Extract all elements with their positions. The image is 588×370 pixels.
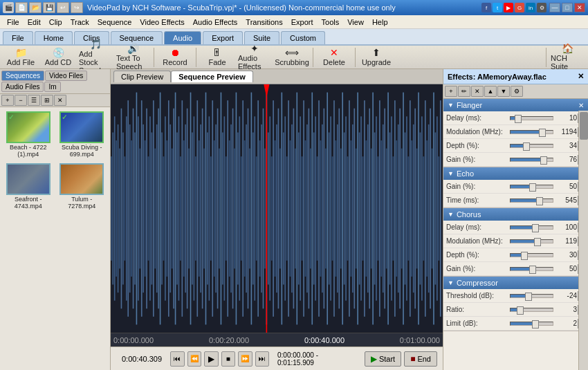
titlebar-redo[interactable]: ↪ <box>71 2 83 13</box>
comp-limit-slider[interactable] <box>510 322 553 326</box>
media-item-seafront[interactable]: Seafront - 4743.mp4 <box>3 162 54 211</box>
menu-video-effects[interactable]: Video Effects <box>136 17 188 28</box>
eff-down-button[interactable]: ▼ <box>497 86 510 97</box>
menu-view[interactable]: View <box>343 17 368 28</box>
google-icon[interactable]: G <box>515 3 524 12</box>
svg-rect-76 <box>237 132 239 284</box>
menu-tools[interactable]: Tools <box>318 17 344 28</box>
tab-export[interactable]: Export <box>203 31 243 44</box>
tab-audio[interactable]: Audio <box>164 31 201 44</box>
effect-header-echo[interactable]: ▼ Echo ✕ <box>443 167 588 180</box>
flanger-delay-slider[interactable] <box>510 116 553 120</box>
menu-clip[interactable]: Clip <box>45 17 66 28</box>
flanger-mod-slider[interactable] <box>510 130 553 134</box>
fade-button[interactable]: 🎚 Fade <box>199 47 235 68</box>
media-item-beach[interactable]: ✓ Beach - 4722 (1).mp4 <box>3 110 54 159</box>
echo-time-slider[interactable] <box>510 198 553 203</box>
echo-gain-slider[interactable] <box>510 185 553 189</box>
comp-threshold-slider[interactable] <box>510 294 553 298</box>
titlebar-undo[interactable]: ↩ <box>57 2 69 13</box>
media-tab-sequences[interactable]: Sequences <box>1 71 44 81</box>
record-button[interactable]: ⏺ Record <box>157 47 193 68</box>
facebook-icon[interactable]: f <box>481 3 491 12</box>
menu-file[interactable]: File <box>3 17 24 28</box>
tab-home[interactable]: Home <box>35 31 73 44</box>
media-item-scuba[interactable]: ✓ Scuba Diving - 699.mp4 <box>57 110 108 159</box>
tab-suite[interactable]: Suite <box>244 31 279 44</box>
effect-header-flanger[interactable]: ▼ Flanger ✕ <box>443 99 588 111</box>
add-file-button[interactable]: 📁 Add File <box>3 47 39 68</box>
media-tab-images[interactable]: Im <box>44 82 60 92</box>
add-stock-button[interactable]: 🎵 Add Stock Sound <box>77 47 113 68</box>
seq-preview-tab[interactable]: Sequence Preview <box>171 71 253 82</box>
toolbar-separator-1 <box>154 48 154 67</box>
chorus-delay-row: Delay (ms): 100 ▲ ▼ <box>443 221 588 234</box>
flanger-depth-slider[interactable] <box>510 144 553 148</box>
comp-ratio-slider[interactable] <box>510 308 553 312</box>
comp-ratio-label: Ratio: <box>446 306 508 313</box>
youtube-icon[interactable]: ▶ <box>504 3 513 12</box>
lp-btn-view-list[interactable]: ☰ <box>28 95 40 106</box>
text-to-speech-button[interactable]: 🔊 Text To Speech <box>115 47 151 68</box>
lp-btn-add[interactable]: + <box>1 95 14 106</box>
settings-icon[interactable]: ⚙ <box>537 3 546 12</box>
clip-preview-tab[interactable]: Clip Preview <box>113 71 171 82</box>
menu-audio-effects[interactable]: Audio Effects <box>189 17 242 28</box>
effects-scrollbar[interactable] <box>578 111 588 370</box>
eff-add-button[interactable]: + <box>445 86 457 97</box>
media-item-tulum[interactable]: Tulum - 7278.mp4 <box>57 162 108 211</box>
media-tab-audio[interactable]: Audio Files <box>1 82 44 92</box>
menu-help[interactable]: Help <box>368 17 392 28</box>
tab-file[interactable]: File <box>3 31 33 44</box>
audio-effects-button[interactable]: ✦ Audio Effects <box>237 47 273 68</box>
eff-delete-button[interactable]: ✕ <box>471 86 484 97</box>
twitter-icon[interactable]: t <box>493 3 502 12</box>
titlebar-save[interactable]: 💾 <box>43 2 55 13</box>
add-cd-button[interactable]: 💿 Add CD <box>40 47 76 68</box>
go-start-button[interactable]: ⏮ <box>170 351 184 367</box>
go-end-button[interactable]: ⏭ <box>255 351 269 367</box>
play-button[interactable]: ▶ <box>204 351 218 367</box>
stop-button[interactable]: ■ <box>221 351 235 367</box>
maximize-button[interactable]: □ <box>562 3 573 12</box>
prev-button[interactable]: ⏪ <box>187 351 201 367</box>
menu-track[interactable]: Track <box>66 17 93 28</box>
chorus-delay-slider[interactable] <box>510 225 553 230</box>
flanger-close-button[interactable]: ✕ <box>578 102 584 109</box>
tab-custom[interactable]: Custom <box>281 31 325 44</box>
menu-sequence[interactable]: Sequence <box>93 17 136 28</box>
chorus-mod-slider[interactable] <box>510 239 553 243</box>
effect-header-chorus[interactable]: ▼ Chorus ✕ <box>443 208 588 221</box>
start-button[interactable]: ▶ Start <box>365 351 401 367</box>
chorus-depth-slider[interactable] <box>510 253 553 257</box>
menu-edit[interactable]: Edit <box>24 17 45 28</box>
menu-transitions[interactable]: Transitions <box>241 17 286 28</box>
media-tab-video[interactable]: Video Files <box>45 71 87 81</box>
next-button[interactable]: ⏩ <box>238 351 252 367</box>
titlebar-new[interactable]: 📄 <box>15 2 28 13</box>
eff-up-button[interactable]: ▲ <box>484 86 497 97</box>
svg-rect-146 <box>356 149 357 269</box>
eff-edit-button[interactable]: ✏ <box>458 86 470 97</box>
effect-header-compressor[interactable]: ▼ Compressor ✕ <box>443 277 588 289</box>
svg-rect-73 <box>232 109 234 309</box>
lp-btn-close[interactable]: ✕ <box>54 95 66 106</box>
chorus-gain-slider[interactable] <box>510 267 553 271</box>
nch-suite-button[interactable]: 🏠 NCH Suite <box>549 47 585 68</box>
titlebar-open[interactable]: 📂 <box>29 2 42 13</box>
menu-export[interactable]: Export <box>287 17 318 28</box>
effects-scroll-thumb[interactable] <box>580 112 588 140</box>
svg-rect-77 <box>239 116 240 300</box>
linkedin-icon[interactable]: in <box>526 3 535 12</box>
flanger-gain-slider[interactable] <box>510 158 553 162</box>
eff-settings-button[interactable]: ⚙ <box>511 86 523 97</box>
effects-close-icon[interactable]: ✕ <box>578 72 584 81</box>
scrubbing-button[interactable]: ⟺ Scrubbing <box>274 47 310 68</box>
minimize-button[interactable]: — <box>549 3 560 12</box>
lp-btn-remove[interactable]: − <box>15 95 27 106</box>
delete-button[interactable]: ✕ Delete <box>316 47 352 68</box>
upgrade-button[interactable]: ⬆ Upgrade <box>358 47 394 68</box>
end-button[interactable]: ■ End <box>404 351 437 367</box>
close-button[interactable]: ✕ <box>574 3 585 12</box>
lp-btn-view-grid[interactable]: ⊞ <box>41 95 53 106</box>
